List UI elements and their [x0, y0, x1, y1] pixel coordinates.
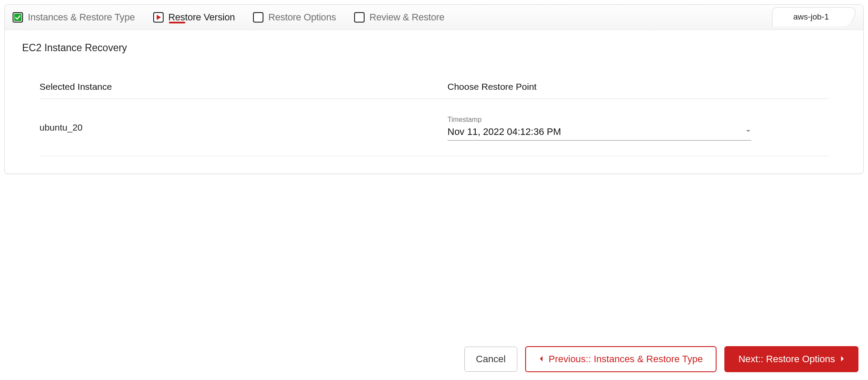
svg-rect-4 [355, 13, 364, 22]
wizard-step-review-restore[interactable]: Review & Restore [354, 12, 444, 23]
instance-name: ubuntu_20 [39, 122, 82, 132]
col-selected-instance: Selected Instance [39, 82, 112, 92]
table-header-row: Selected Instance Choose Restore Point [39, 75, 829, 99]
footer-actions: Cancel Previous:: Instances & Restore Ty… [464, 346, 858, 372]
chevron-left-icon [539, 356, 543, 363]
wizard-step-label: Restore Version [168, 12, 235, 23]
chevron-right-icon [840, 356, 845, 363]
col-choose-restore-point: Choose Restore Point [447, 82, 536, 92]
empty-checkbox-icon [354, 12, 365, 23]
wizard-step-restore-version[interactable]: Restore Version [153, 12, 235, 23]
cancel-button[interactable]: Cancel [464, 347, 517, 372]
restore-table: Selected Instance Choose Restore Point u… [39, 75, 829, 156]
cancel-button-label: Cancel [476, 354, 506, 365]
next-button[interactable]: Next:: Restore Options [724, 346, 858, 372]
previous-button-label: Previous:: Instances & Restore Type [549, 354, 703, 365]
next-button-label: Next:: Restore Options [738, 354, 835, 365]
timestamp-label: Timestamp [447, 116, 751, 124]
content-area: EC2 Instance Recovery Selected Instance … [5, 30, 863, 174]
wizard-steps-bar: Instances & Restore Type Restore Version… [5, 5, 863, 30]
svg-rect-3 [253, 13, 263, 22]
check-complete-icon [13, 12, 23, 23]
page-title: EC2 Instance Recovery [22, 42, 846, 54]
job-name-tab[interactable]: aws-job-1 [772, 7, 855, 26]
wizard-step-label: Instances & Restore Type [28, 12, 135, 23]
active-step-underline [169, 22, 185, 23]
wizard-step-label: Review & Restore [369, 12, 444, 23]
wizard-panel: Instances & Restore Type Restore Version… [4, 4, 864, 174]
wizard-step-instances-restore-type[interactable]: Instances & Restore Type [13, 12, 135, 23]
timestamp-value: Nov 11, 2022 04:12:36 PM [447, 126, 561, 138]
timestamp-select[interactable]: Timestamp Nov 11, 2022 04:12:36 PM [447, 114, 751, 141]
empty-checkbox-icon [253, 12, 263, 23]
chevron-down-icon [745, 128, 751, 136]
job-name-label: aws-job-1 [793, 12, 829, 21]
play-active-icon [153, 12, 164, 23]
table-row: ubuntu_20 Timestamp Nov 11, 2022 04:12:3… [39, 99, 829, 156]
previous-button[interactable]: Previous:: Instances & Restore Type [525, 346, 717, 372]
wizard-step-label: Restore Options [268, 12, 336, 23]
wizard-step-restore-options[interactable]: Restore Options [253, 12, 336, 23]
